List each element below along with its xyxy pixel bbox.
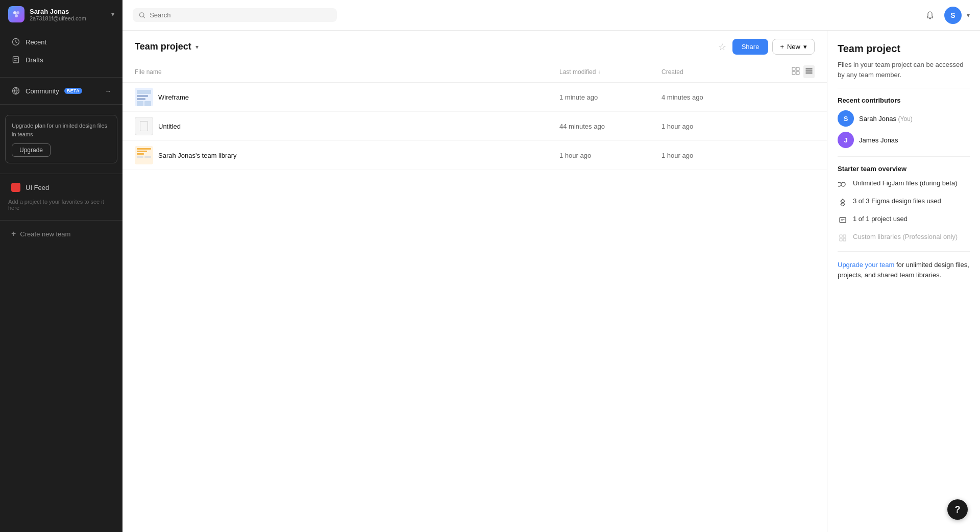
- svg-rect-4: [13, 57, 19, 63]
- starter-list: Unlimited FigJam files (during beta) 3 o…: [838, 179, 970, 243]
- content-header: Team project ▾ ☆ Share + New ▾: [122, 31, 827, 61]
- sidebar-chevron-icon: ▾: [111, 11, 114, 18]
- community-beta-badge: Beta: [64, 88, 82, 94]
- sidebar-item-drafts[interactable]: Drafts: [3, 51, 119, 68]
- sidebar-divider-4: [0, 220, 122, 221]
- file-name-cell: Sarah Jonas's team library: [135, 146, 559, 164]
- contributors-list: S Sarah Jonas (You) J James Jonas: [838, 110, 970, 148]
- file-rows: Wireframe 1 minute ago 4 minutes ago Unt…: [122, 83, 827, 170]
- col-view-controls: [764, 65, 815, 78]
- col-filename-header: File name: [135, 68, 559, 76]
- sidebar-item-community[interactable]: Community Beta →: [3, 82, 119, 100]
- avatar-chevron-icon[interactable]: ▾: [967, 12, 970, 19]
- community-arrow-icon: →: [105, 87, 111, 95]
- new-button[interactable]: + New ▾: [772, 39, 815, 55]
- contributor-name: Sarah Jonas (You): [859, 115, 913, 123]
- avatar[interactable]: S: [944, 7, 962, 24]
- notifications-button[interactable]: [921, 6, 939, 25]
- col-modified-header[interactable]: Last modified ↓: [559, 68, 662, 76]
- favorites-empty-text: Add a project to your favorites to see i…: [0, 197, 122, 216]
- table-row[interactable]: Sarah Jonas's team library 1 hour ago 1 …: [122, 141, 827, 170]
- community-label: Community: [26, 87, 59, 95]
- main-area: S ▾ Team project ▾ ☆ Share + New ▾: [122, 0, 980, 532]
- sidebar-header[interactable]: Sarah Jonas 2a73181f@uifeed.com ▾: [0, 0, 122, 29]
- starter-item: Unlimited FigJam files (during beta): [838, 179, 970, 189]
- contributor-avatar: J: [838, 132, 854, 148]
- sidebar-item-recent[interactable]: Recent: [3, 33, 119, 51]
- file-thumbnail: [135, 117, 153, 135]
- contributor-name: James Jonas: [859, 136, 898, 144]
- file-list-area: Team project ▾ ☆ Share + New ▾ File name: [122, 31, 827, 532]
- file-name-cell: Wireframe: [135, 88, 559, 106]
- header-actions: ☆ Share + New ▾: [716, 39, 815, 55]
- sidebar-item-team[interactable]: UI Feed: [3, 179, 119, 196]
- file-modified: 1 minute ago: [559, 93, 662, 101]
- clock-icon: [11, 37, 20, 46]
- svg-rect-15: [843, 238, 846, 241]
- starter-item: 1 of 1 project used: [838, 214, 970, 225]
- col-created-header: Created: [662, 68, 764, 76]
- team-logo: [8, 6, 24, 22]
- community-icon: [11, 86, 20, 95]
- panel-description: Files in your team project can be access…: [838, 60, 970, 80]
- contributor-note: (You): [898, 115, 913, 123]
- sidebar: Sarah Jonas 2a73181f@uifeed.com ▾ Recent: [0, 0, 122, 532]
- new-plus-icon: +: [780, 43, 784, 51]
- table-row[interactable]: Untitled 44 minutes ago 1 hour ago: [122, 112, 827, 141]
- help-icon: ?: [955, 504, 961, 515]
- team-color-dot: [11, 183, 20, 192]
- grid-view-button[interactable]: [790, 65, 801, 78]
- help-button[interactable]: ?: [947, 499, 968, 520]
- svg-rect-14: [840, 238, 842, 241]
- svg-point-2: [15, 14, 18, 17]
- project-dropdown-button[interactable]: ▾: [194, 42, 200, 52]
- right-panel: Team project Files in your team project …: [827, 31, 980, 532]
- topbar-right: S ▾: [921, 6, 970, 25]
- drafts-label: Drafts: [26, 56, 43, 64]
- svg-point-0: [13, 11, 16, 14]
- file-name: Wireframe: [158, 93, 189, 101]
- share-button[interactable]: Share: [732, 39, 769, 55]
- create-new-team[interactable]: + Create new team: [3, 225, 119, 243]
- file-modified: 1 hour ago: [559, 152, 662, 159]
- svg-rect-12: [840, 235, 842, 237]
- file-created: 1 hour ago: [662, 123, 764, 130]
- panel-divider-1: [838, 88, 970, 88]
- file-modified: 44 minutes ago: [559, 123, 662, 130]
- table-row[interactable]: Wireframe 1 minute ago 4 minutes ago: [122, 83, 827, 112]
- svg-rect-9: [792, 71, 795, 75]
- list-view-button[interactable]: [803, 65, 815, 78]
- bell-icon: [925, 11, 935, 20]
- create-team-label: Create new team: [20, 230, 70, 238]
- file-created: 1 hour ago: [662, 152, 764, 159]
- contributors-title: Recent contributors: [838, 96, 970, 104]
- star-button[interactable]: ☆: [716, 39, 728, 55]
- starter-text: Custom libraries (Professional only): [853, 232, 958, 241]
- contributor-avatar: S: [838, 110, 854, 127]
- contributor-item: S Sarah Jonas (You): [838, 110, 970, 127]
- search-input[interactable]: [150, 11, 331, 19]
- upgrade-panel-text: Upgrade your team for unlimited design f…: [838, 260, 970, 280]
- upgrade-team-link[interactable]: Upgrade your team: [838, 261, 894, 269]
- new-label: New: [787, 43, 800, 51]
- sidebar-divider-2: [0, 104, 122, 105]
- upgrade-button[interactable]: Upgrade: [12, 143, 51, 157]
- starter-icon: [838, 215, 848, 225]
- search-box[interactable]: [133, 8, 337, 22]
- content-area: Team project ▾ ☆ Share + New ▾ File name: [122, 31, 980, 532]
- starter-icon: [838, 179, 848, 189]
- team-name: UI Feed: [26, 184, 49, 191]
- topbar: S ▾: [122, 0, 980, 31]
- upgrade-box: Upgrade plan for unlimited design files …: [5, 115, 117, 163]
- starter-text: 1 of 1 project used: [853, 214, 908, 224]
- starter-icon: [838, 233, 848, 243]
- sidebar-divider-3: [0, 174, 122, 174]
- svg-point-1: [16, 11, 19, 14]
- starter-icon: [838, 197, 848, 207]
- svg-rect-13: [843, 235, 846, 237]
- plus-icon: +: [11, 229, 16, 238]
- starter-item: Custom libraries (Professional only): [838, 232, 970, 243]
- sort-arrow-icon: ↓: [598, 69, 600, 75]
- file-created: 4 minutes ago: [662, 93, 764, 101]
- sidebar-nav: Recent Drafts: [0, 29, 122, 73]
